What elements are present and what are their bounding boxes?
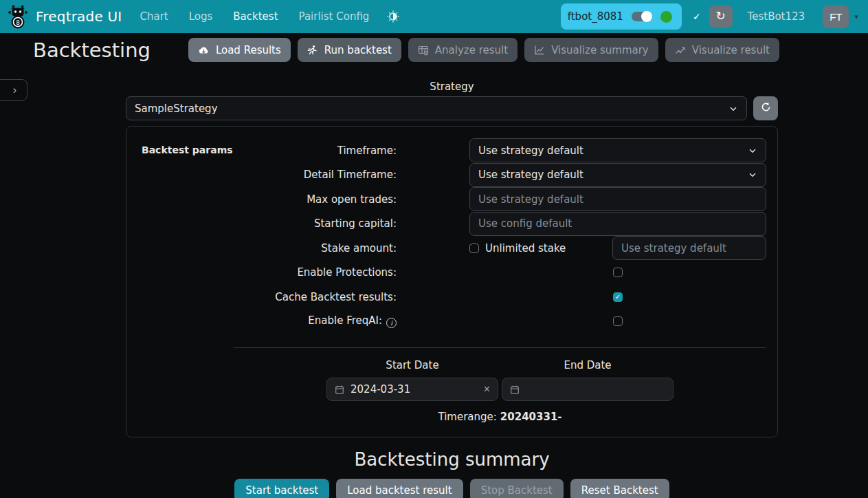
brand[interactable]: 8 Freqtrade UI [7, 4, 122, 29]
enable-freqai-label: Enable FreqAI:i [234, 314, 469, 328]
detail-timeframe-row: Detail Timeframe: Use strategy default [234, 163, 766, 188]
calendar-icon [335, 385, 344, 395]
max-open-trades-label: Max open trades: [234, 193, 469, 206]
starting-capital-input[interactable] [469, 212, 766, 236]
user-menu[interactable]: FT ▾ [823, 6, 858, 28]
timerange-line: Timerange:20240331- [234, 411, 766, 423]
enable-protections-label: Enable Protections: [234, 266, 469, 279]
stake-amount-row: Stake amount: Unlimited stake [234, 236, 766, 261]
chart-line-icon [534, 45, 545, 56]
person-running-icon [307, 45, 318, 56]
bot-name: ftbot_8081 [568, 10, 623, 23]
max-open-trades-row: Max open trades: [234, 187, 766, 212]
tab-label: Visualize summary [551, 44, 649, 56]
timerange-label: Timerange: [438, 411, 496, 423]
end-date-input[interactable] [502, 378, 674, 401]
tab-label: Visualize result [692, 44, 770, 56]
load-backtest-result-button[interactable]: Load backtest result [336, 479, 463, 498]
timeframe-select[interactable]: Use strategy default [469, 138, 766, 162]
detail-timeframe-value: Use strategy default [478, 169, 748, 181]
max-open-trades-input[interactable] [469, 187, 766, 211]
check-icon: ✓ [693, 11, 701, 22]
chevron-down-icon: ▾ [854, 12, 858, 21]
navbar: 8 Freqtrade UI Chart Logs Backtest Pairl… [0, 0, 868, 33]
tab-visualize-summary[interactable]: Visualize summary [524, 38, 658, 62]
svg-text:8: 8 [16, 19, 20, 26]
backtest-mode-tabs: Load Results Run backtest [188, 38, 779, 62]
starting-capital-row: Starting capital: [234, 212, 766, 237]
params-divider [234, 347, 766, 348]
nav-link-backtest[interactable]: Backtest [233, 10, 278, 23]
refresh-bot-button[interactable]: ↻ [709, 6, 733, 28]
params-form: Timeframe: Use strategy default Detail T… [234, 138, 766, 423]
chevron-down-icon [748, 146, 757, 155]
nav-link-logs[interactable]: Logs [189, 10, 213, 23]
brand-name: Freqtrade UI [36, 8, 122, 25]
nav-link-chart[interactable]: Chart [140, 10, 168, 23]
stake-amount-input[interactable] [612, 236, 766, 260]
detail-timeframe-select[interactable]: Use strategy default [469, 163, 766, 187]
username-label: TestBot123 [748, 10, 805, 23]
info-icon[interactable]: i [386, 318, 397, 328]
cloud-download-icon [198, 45, 210, 56]
chevron-right-icon: › [13, 84, 16, 96]
reset-backtest-button[interactable]: Reset Backtest [570, 479, 669, 498]
bot-online-toggle[interactable] [632, 12, 652, 21]
timeframe-label: Timeframe: [234, 144, 469, 157]
cache-results-checkbox[interactable] [613, 292, 623, 302]
strategy-select[interactable]: SampleStrategy [126, 96, 747, 120]
start-backtest-button[interactable]: Start backtest [234, 479, 329, 498]
refresh-icon [761, 102, 771, 112]
cache-results-row: Cache Backtest results: [234, 285, 766, 310]
tab-load-results[interactable]: Load Results [188, 38, 291, 62]
freqtrade-robot-logo: 8 [7, 4, 29, 29]
stop-backtest-button[interactable]: Stop Backtest [470, 479, 564, 498]
sidebar-expand-button[interactable]: › [0, 79, 27, 101]
timeframe-row: Timeframe: Use strategy default [234, 138, 766, 163]
graph-scatter-icon [675, 45, 686, 56]
bot-online-status-dot [660, 11, 672, 23]
start-date-value: 2024-03-31 [350, 383, 478, 396]
reload-strategy-list-button[interactable] [753, 96, 778, 120]
tab-analyze-result[interactable]: Analyze result [408, 38, 518, 62]
timerange-value: 20240331- [500, 411, 562, 423]
calendar-icon [510, 385, 520, 395]
enable-protections-row: Enable Protections: [234, 261, 766, 285]
avatar[interactable]: FT [823, 6, 849, 28]
backtest-params-panel: Backtest params Timeframe: Use strategy … [126, 126, 778, 437]
nav-link-pairlist-config[interactable]: Pairlist Config [299, 10, 370, 23]
enable-freqai-row: Enable FreqAI:i [234, 310, 766, 334]
starting-capital-label: Starting capital: [234, 217, 469, 230]
page-header: Backtesting Load Results [0, 33, 868, 62]
page-title: Backtesting [33, 39, 151, 62]
cache-results-label: Cache Backtest results: [234, 291, 469, 303]
chevron-down-icon [728, 104, 738, 113]
summary-title: Backtesting summary [126, 449, 778, 470]
panel-title: Backtest params [142, 144, 233, 155]
unlimited-stake-label: Unlimited stake [485, 242, 566, 255]
strategy-label: Strategy [126, 80, 778, 93]
end-date-label: End Date [502, 359, 674, 371]
detail-timeframe-label: Detail Timeframe: [234, 169, 469, 181]
stake-amount-controls: Unlimited stake [469, 236, 766, 260]
enable-freqai-checkbox[interactable] [613, 316, 623, 326]
strategy-selected-value: SampleStrategy [135, 102, 728, 115]
backtest-content: Strategy SampleStrategy Backtest params … [126, 80, 778, 498]
summary-buttons: Start backtest Load backtest result Stop… [126, 479, 778, 498]
clear-start-date-button[interactable]: × [484, 383, 490, 396]
date-inputs-row: 2024-03-31 × [234, 378, 766, 401]
tab-label: Analyze result [435, 44, 508, 56]
theme-toggle-icon[interactable] [387, 10, 399, 23]
stake-amount-label: Stake amount: [234, 242, 469, 255]
tab-visualize-result[interactable]: Visualize result [665, 38, 779, 62]
start-date-input[interactable]: 2024-03-31 × [326, 378, 498, 401]
start-date-label: Start Date [326, 359, 498, 371]
bot-selector-pill[interactable]: ftbot_8081 [561, 3, 682, 30]
chevron-down-icon [748, 170, 757, 180]
enable-protections-checkbox[interactable] [613, 268, 623, 277]
toggle-knob [641, 11, 652, 22]
tab-run-backtest[interactable]: Run backtest [298, 38, 401, 62]
nav-links: Chart Logs Backtest Pairlist Config [140, 10, 369, 23]
unlimited-stake-checkbox[interactable] [469, 243, 479, 253]
timeframe-value: Use strategy default [478, 144, 748, 157]
